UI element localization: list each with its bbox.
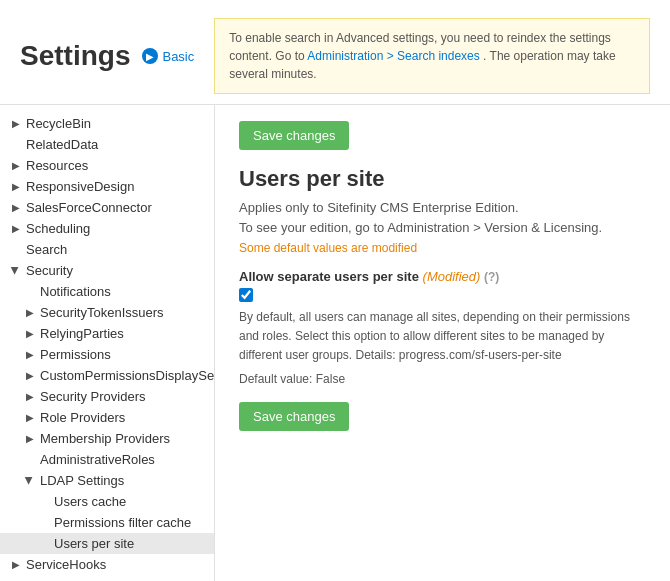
sidebar-item-label: Users per site (54, 536, 134, 551)
save-bottom-button[interactable]: Save changes (239, 402, 349, 431)
sidebar-item-label: Notifications (40, 284, 111, 299)
sidebar-item-label: ServiceHooks (26, 557, 106, 572)
sidebar-item-users-per-site[interactable]: Users per site (0, 533, 214, 554)
chevron-icon: ▶ (24, 370, 36, 382)
chevron-icon: ▶ (24, 433, 36, 445)
sidebar-item-salesforce-connector[interactable]: ▶SalesForceConnector (0, 197, 214, 218)
sidebar-item-label: Resources (26, 158, 88, 173)
chevron-icon: ▶ (24, 349, 36, 361)
chevron-icon: ▶ (10, 202, 22, 214)
save-top-button[interactable]: Save changes (239, 121, 349, 150)
sidebar-item-label: LDAP Settings (40, 473, 124, 488)
section-title: Users per site (239, 166, 646, 192)
sidebar-item-scheduling[interactable]: ▶Scheduling (0, 218, 214, 239)
sidebar-item-notifications[interactable]: Notifications (0, 281, 214, 302)
sidebar-item-label: CustomPermissionsDisplaySettings (40, 368, 215, 383)
sidebar-item-security-providers[interactable]: ▶Security Providers (0, 386, 214, 407)
modified-note: Some default values are modified (239, 241, 646, 255)
save-bottom-container: Save changes (239, 402, 646, 431)
sidebar-item-permissions-filter-cache[interactable]: Permissions filter cache (0, 512, 214, 533)
sidebar-item-recycle-bin[interactable]: ▶RecycleBin (0, 113, 214, 134)
sidebar-item-sharepoint-connector[interactable]: ▶SharepointConnector (0, 575, 214, 581)
sidebar-item-relying-parties[interactable]: ▶RelyingParties (0, 323, 214, 344)
sidebar-item-custom-permissions[interactable]: ▶CustomPermissionsDisplaySettings (0, 365, 214, 386)
chevron-icon: ▶ (24, 412, 36, 424)
content-area: ▶RecycleBinRelatedData▶Resources▶Respons… (0, 105, 670, 581)
sidebar-item-label: Role Providers (40, 410, 125, 425)
field-modified-tag: (Modified) (423, 269, 481, 284)
sidebar-item-users-cache[interactable]: Users cache (0, 491, 214, 512)
sidebar-item-label: RecycleBin (26, 116, 91, 131)
sidebar-item-related-data[interactable]: RelatedData (0, 134, 214, 155)
checkbox-row (239, 288, 646, 302)
sidebar-item-label: Users cache (54, 494, 126, 509)
sidebar-item-label: Scheduling (26, 221, 90, 236)
basic-link-icon: ▶ (142, 48, 158, 64)
chevron-icon: ▶ (10, 118, 22, 130)
sidebar-item-security[interactable]: ▶Security (0, 260, 214, 281)
sidebar-item-administrative-roles[interactable]: AdministrativeRoles (0, 449, 214, 470)
sidebar-item-label: SecurityTokenIssuers (40, 305, 164, 320)
chevron-icon: ▶ (10, 559, 22, 571)
chevron-icon: ▶ (10, 160, 22, 172)
sidebar-item-membership-providers[interactable]: ▶Membership Providers (0, 428, 214, 449)
header: Settings ▶ Basic To enable search in Adv… (0, 0, 670, 105)
sidebar-item-search[interactable]: Search (0, 239, 214, 260)
chevron-icon: ▶ (24, 307, 36, 319)
sidebar-item-label: ResponsiveDesign (26, 179, 134, 194)
field-description: By default, all users can manage all sit… (239, 308, 646, 366)
save-top-container: Save changes (239, 121, 646, 150)
main-content: Save changes Users per site Applies only… (215, 105, 670, 581)
sidebar-item-label: Permissions filter cache (54, 515, 191, 530)
basic-link-label: Basic (162, 49, 194, 64)
basic-link[interactable]: ▶ Basic (142, 48, 194, 64)
sidebar-item-ldap-settings[interactable]: ▶LDAP Settings (0, 470, 214, 491)
page-title: Settings (20, 40, 130, 72)
alert-banner: To enable search in Advanced settings, y… (214, 18, 650, 94)
alert-link[interactable]: Administration > Search indexes (307, 49, 479, 63)
sidebar-item-resources[interactable]: ▶Resources (0, 155, 214, 176)
field-group: Allow separate users per site (Modified)… (239, 269, 646, 386)
sidebar-item-label: Permissions (40, 347, 111, 362)
sidebar-item-label: Security Providers (40, 389, 145, 404)
sidebar-item-responsive-design[interactable]: ▶ResponsiveDesign (0, 176, 214, 197)
chevron-icon: ▶ (10, 265, 22, 277)
sidebar-item-service-hooks[interactable]: ▶ServiceHooks (0, 554, 214, 575)
sidebar-item-label: AdministrativeRoles (40, 452, 155, 467)
sidebar-item-security-token-issuers[interactable]: ▶SecurityTokenIssuers (0, 302, 214, 323)
chevron-icon: ▶ (24, 475, 36, 487)
chevron-icon: ▶ (10, 223, 22, 235)
default-value: Default value: False (239, 372, 646, 386)
sidebar-item-label: Security (26, 263, 73, 278)
chevron-icon: ▶ (24, 328, 36, 340)
sidebar-item-label: RelyingParties (40, 326, 124, 341)
field-help-icon[interactable]: (?) (484, 270, 499, 284)
sidebar-item-label: RelatedData (26, 137, 98, 152)
sidebar-item-label: Membership Providers (40, 431, 170, 446)
sidebar-item-role-providers[interactable]: ▶Role Providers (0, 407, 214, 428)
field-label: Allow separate users per site (Modified)… (239, 269, 646, 284)
sidebar-item-permissions[interactable]: ▶Permissions (0, 344, 214, 365)
sidebar: ▶RecycleBinRelatedData▶Resources▶Respons… (0, 105, 215, 581)
section-desc-line1: Applies only to Sitefinity CMS Enterpris… (239, 198, 646, 237)
chevron-icon: ▶ (10, 181, 22, 193)
sidebar-item-label: SalesForceConnector (26, 200, 152, 215)
field-label-text: Allow separate users per site (239, 269, 419, 284)
allow-separate-users-checkbox[interactable] (239, 288, 253, 302)
chevron-icon: ▶ (24, 391, 36, 403)
sidebar-item-label: Search (26, 242, 67, 257)
